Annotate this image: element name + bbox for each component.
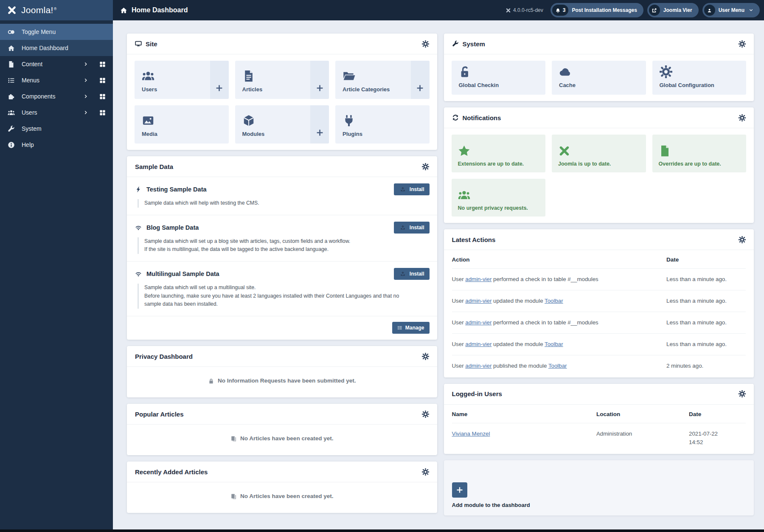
- user-icon: [707, 8, 712, 13]
- column-header-action: Action: [452, 256, 667, 263]
- recent-articles-header: Recently Added Articles: [127, 462, 437, 482]
- sidebar-item-label: Home Dashboard: [22, 45, 106, 51]
- topbar-actions: 4.0.0-rc5-dev 3 Post Installation Messag…: [506, 3, 764, 17]
- gear-icon[interactable]: [422, 411, 429, 418]
- chevron-right-icon: [84, 94, 89, 99]
- site-tile-article-categories[interactable]: Article Categories: [335, 61, 430, 99]
- sidebar-item-toggle-menu[interactable]: Toggle Menu: [0, 24, 113, 40]
- upload-icon: [399, 187, 407, 192]
- joomla-logo-icon: [7, 5, 17, 15]
- sample-data-title: Testing Sample Data: [146, 186, 390, 193]
- article-icon: [242, 70, 255, 82]
- site-tile-plugins[interactable]: Plugins: [335, 105, 430, 144]
- gear-icon[interactable]: [422, 468, 429, 476]
- user-link[interactable]: admin-vier: [465, 363, 492, 369]
- add-user-button[interactable]: [210, 61, 229, 99]
- system-tile-cache[interactable]: Cache: [552, 61, 646, 95]
- tile-label: Global Checkin: [459, 82, 546, 89]
- plus-icon: [316, 84, 324, 92]
- module-link[interactable]: Toolbar: [548, 363, 567, 369]
- install-button[interactable]: Install: [394, 183, 430, 195]
- notification-extensions[interactable]: Extensions are up to date.: [452, 135, 546, 172]
- app-logo[interactable]: Joomla!®: [0, 0, 113, 20]
- info-icon: [7, 141, 15, 149]
- manage-button[interactable]: Manage: [392, 322, 430, 334]
- manage-list-icon: [397, 325, 402, 330]
- add-module-to-dashboard-button[interactable]: [452, 482, 467, 498]
- lock-icon: [208, 378, 214, 384]
- gear-icon[interactable]: [422, 40, 429, 48]
- user-link[interactable]: admin-vier: [465, 341, 492, 347]
- notification-privacy[interactable]: No urgent privacy requests.: [452, 179, 546, 217]
- user-menu-button[interactable]: User Menu: [702, 3, 760, 17]
- gear-icon[interactable]: [739, 40, 746, 48]
- recent-articles-panel: Recently Added Articles No Articles have…: [127, 462, 437, 513]
- sidebar-item-users[interactable]: Users: [0, 104, 113, 121]
- user-link[interactable]: admin-vier: [465, 298, 492, 304]
- site-tile-media[interactable]: Media: [135, 105, 229, 144]
- sidebar-item-label: Users: [22, 109, 77, 116]
- joomla-icon: [558, 145, 570, 157]
- user-menu-badge: [704, 5, 715, 16]
- user-link[interactable]: admin-vier: [465, 276, 492, 282]
- privacy-empty-state: No Information Requests have been submit…: [127, 367, 437, 397]
- image-icon: [142, 114, 154, 127]
- gear-icon[interactable]: [422, 353, 429, 360]
- sidebar-item-system[interactable]: System: [0, 121, 113, 137]
- sidebar-item-content[interactable]: Content: [0, 56, 113, 72]
- cube-icon: [242, 114, 255, 127]
- install-button[interactable]: Install: [394, 222, 430, 234]
- gear-icon[interactable]: [739, 114, 746, 121]
- notification-overrides[interactable]: Overrides are up to date.: [652, 135, 747, 172]
- sidebar-item-home-dashboard[interactable]: Home Dashboard: [0, 40, 113, 56]
- module-link[interactable]: Toolbar: [545, 341, 563, 347]
- tile-label: Plugins: [343, 131, 430, 138]
- site-tile-articles[interactable]: Articles: [235, 61, 329, 99]
- system-tile-global-checkin[interactable]: Global Checkin: [452, 61, 546, 95]
- preview-site-button[interactable]: Joomla Vier: [647, 3, 699, 17]
- tile-label: Joomla is up to date.: [558, 161, 642, 167]
- wrench-icon: [7, 125, 15, 132]
- users-icon: [142, 70, 154, 82]
- add-article-button[interactable]: [310, 61, 329, 99]
- column-header-name: Name: [452, 411, 597, 417]
- chevron-down-icon: [749, 8, 753, 13]
- grid-dashboard-icon[interactable]: [99, 61, 106, 68]
- user-link[interactable]: admin-vier: [465, 319, 492, 326]
- gear-icon[interactable]: [422, 163, 429, 170]
- bolt-icon: [135, 186, 142, 193]
- articles-stack-icon: [230, 436, 237, 442]
- tile-label: No urgent privacy requests.: [458, 205, 542, 211]
- latest-actions-header: Latest Actions: [444, 229, 754, 250]
- sidebar-item-menus[interactable]: Menus: [0, 72, 113, 88]
- notification-tiles: Extensions are up to date. Joomla is up …: [444, 128, 754, 223]
- user-link[interactable]: Viviana Menzel: [452, 431, 490, 437]
- list-icon: [7, 77, 15, 84]
- grid-dashboard-icon[interactable]: [99, 77, 106, 84]
- gear-icon[interactable]: [739, 390, 746, 397]
- table-row: User admin-vier performed a check in to …: [452, 312, 746, 333]
- site-tiles: Users Articles Article Categories Media: [127, 54, 437, 150]
- table-row: User admin-vier updated the module Toolb…: [452, 290, 746, 312]
- install-button[interactable]: Install: [394, 268, 430, 280]
- logged-in-users-panel: Logged-in Users Name Location Date Vivia…: [444, 384, 754, 454]
- grid-dashboard-icon[interactable]: [99, 93, 106, 100]
- plus-icon: [215, 84, 223, 92]
- chevron-right-icon: [84, 78, 89, 83]
- post-installation-messages-button[interactable]: 3 Post Installation Messages: [551, 3, 643, 17]
- sidebar: Toggle Menu Home Dashboard Content Menus…: [0, 20, 113, 529]
- add-module-button[interactable]: [310, 105, 329, 144]
- site-tile-users[interactable]: Users: [135, 61, 229, 99]
- system-tile-global-configuration[interactable]: Global Configuration: [652, 61, 747, 95]
- site-tile-modules[interactable]: Modules: [235, 105, 329, 144]
- sidebar-item-components[interactable]: Components: [0, 88, 113, 104]
- module-link[interactable]: Toolbar: [545, 298, 563, 304]
- add-category-button[interactable]: [411, 61, 430, 99]
- grid-dashboard-icon[interactable]: [99, 110, 106, 116]
- table-header: Action Date: [452, 250, 746, 268]
- date-cell: Less than a minute ago.: [666, 318, 746, 327]
- notification-joomla[interactable]: Joomla is up to date.: [552, 135, 646, 172]
- wrench-icon: [452, 40, 459, 47]
- sidebar-item-help[interactable]: Help: [0, 137, 113, 153]
- gear-icon[interactable]: [739, 236, 746, 243]
